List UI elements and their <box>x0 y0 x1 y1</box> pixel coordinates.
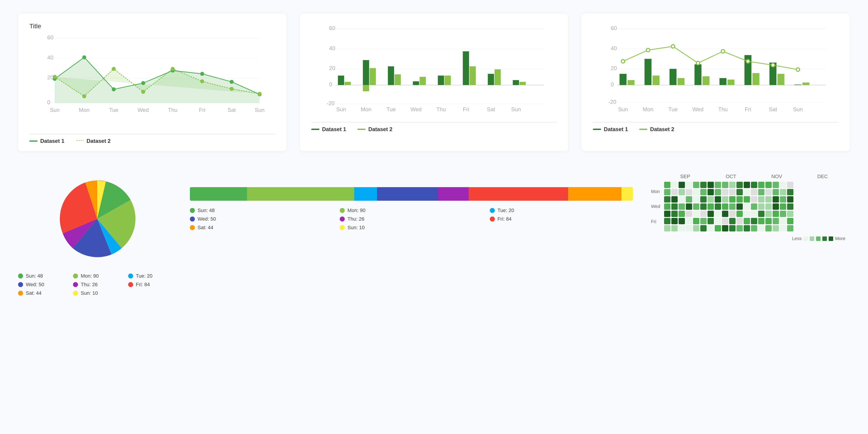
heatmap-cell <box>751 182 757 188</box>
heatmap-cell <box>758 189 765 195</box>
heatmap-cell <box>751 225 757 231</box>
svg-text:Wed: Wed <box>692 106 704 112</box>
heatmap-cell <box>737 204 743 210</box>
heatmap-cell <box>787 204 794 210</box>
chart1-title: Title <box>29 23 275 30</box>
svg-point-100 <box>647 49 649 51</box>
heatmap-cell <box>758 196 765 203</box>
chart1-swatch-2 <box>76 141 84 142</box>
heatmap-cell <box>751 196 757 203</box>
heatmap-cell <box>693 189 700 195</box>
bar-legend-wed: Wed: 50 <box>190 216 333 222</box>
svg-rect-96 <box>802 83 809 85</box>
heatmap-cell <box>708 225 714 231</box>
bar-legend-tue: Tue: 20 <box>490 208 633 213</box>
svg-text:Tue: Tue <box>669 106 678 112</box>
day-label-mon: Mon <box>651 189 662 194</box>
chart-card-3: 60 40 20 0 -20 <box>582 13 850 151</box>
bar-legend-sat: Sat: 44 <box>190 225 333 230</box>
svg-text:40: 40 <box>47 55 53 61</box>
heatmap-cell <box>787 182 794 188</box>
heatmap-week-4 <box>693 182 700 231</box>
seg-sun <box>190 187 247 201</box>
svg-point-15 <box>200 72 204 76</box>
heatmap-cell <box>744 189 750 195</box>
pie-legend-tue: Tue: 20 <box>128 273 176 279</box>
pie-svg <box>54 176 140 262</box>
chart-card-1: Title 60 40 20 0 <box>18 13 286 151</box>
chart3-svg: 60 40 20 0 -20 <box>593 23 839 118</box>
svg-text:Mon: Mon <box>643 106 653 112</box>
heatmap-week-13 <box>758 182 765 231</box>
pie-legend-thu: Thu: 26 <box>73 282 121 287</box>
heatmap-cell <box>744 196 750 203</box>
bar-dot-mon <box>340 208 345 213</box>
heatmap-cell <box>773 196 779 203</box>
pie-label-sun: Sun: 48 <box>26 273 43 279</box>
pie-legend-sat: Sat: 44 <box>18 290 66 296</box>
heatmap-cell <box>664 204 671 210</box>
svg-text:0: 0 <box>47 99 51 105</box>
heatmap-cell <box>686 204 692 210</box>
bar-legend-mon: Mon: 90 <box>340 208 483 213</box>
svg-rect-51 <box>413 81 419 85</box>
chart2-label-2: Dataset 2 <box>368 126 393 132</box>
heatmap-cell <box>693 196 700 203</box>
heatmap-cell <box>671 182 678 188</box>
bar-legend-thu: Thu: 26 <box>340 216 483 222</box>
heatmap-body: Mon Wed Fri <box>651 182 845 231</box>
svg-rect-92 <box>703 76 710 85</box>
svg-point-98 <box>622 60 624 63</box>
heatmap-cell <box>765 211 772 217</box>
svg-rect-55 <box>463 51 469 85</box>
svg-text:Mon: Mon <box>79 107 90 113</box>
pie-label-mon: Mon: 90 <box>81 273 99 279</box>
svg-text:60: 60 <box>329 25 335 31</box>
heatmap-cell <box>671 225 678 231</box>
chart2-area: 60 40 20 0 -20 <box>311 23 557 118</box>
legend-cell-1 <box>803 237 808 241</box>
pie-label-sat: Sat: 44 <box>26 290 41 296</box>
heatmap-cell <box>787 211 794 217</box>
heatmap-cell <box>722 218 728 224</box>
bar-label-thu: Thu: 26 <box>347 216 364 222</box>
svg-text:40: 40 <box>329 45 335 51</box>
heatmap-cell <box>686 182 692 188</box>
svg-point-24 <box>230 87 234 91</box>
heatmap-week-14 <box>765 182 772 231</box>
pie-label-sun2: Sun: 10 <box>81 290 98 296</box>
bar-label-wed: Wed: 50 <box>197 216 216 222</box>
heatmap-cell <box>700 196 707 203</box>
heatmap-cell <box>664 211 671 217</box>
svg-text:Wed: Wed <box>138 107 149 113</box>
bar-label-tue: Tue: 20 <box>498 208 514 213</box>
heatmap-cell <box>729 225 736 231</box>
svg-text:Mon: Mon <box>361 106 371 112</box>
bar-label-fri: Fri: 84 <box>498 216 512 222</box>
pie-legend: Sun: 48 Mon: 90 Tue: 20 Wed: 50 Thu: 26 <box>18 273 176 296</box>
svg-text:Sun: Sun <box>50 107 60 113</box>
heatmap-cell <box>664 218 671 224</box>
chart3-area: 60 40 20 0 -20 <box>593 23 839 118</box>
heatmap-cell <box>708 196 714 203</box>
heatmap-cell <box>758 218 765 224</box>
svg-rect-50 <box>395 74 401 85</box>
svg-point-23 <box>200 79 204 84</box>
svg-point-102 <box>672 45 674 48</box>
seg-fri <box>469 187 568 201</box>
chart2-legend-1: Dataset 1 <box>311 126 346 132</box>
heatmap-week-10 <box>737 182 743 231</box>
bar-dot-sat <box>190 225 195 230</box>
heatmap-section: SEP OCT NOV DEC Mon Wed Fri <box>647 169 850 246</box>
svg-point-25 <box>258 92 262 96</box>
svg-text:Thu: Thu <box>718 106 728 112</box>
heatmap-cell <box>679 211 685 217</box>
heatmap-cell <box>729 211 736 217</box>
svg-text:Sat: Sat <box>487 106 495 112</box>
heatmap-cell <box>708 189 714 195</box>
svg-rect-88 <box>795 85 802 85</box>
pie-legend-sun: Sun: 48 <box>18 273 66 279</box>
bar-label-sat: Sat: 44 <box>197 225 213 230</box>
bar-legend-sun2: Sun: 10 <box>340 225 483 230</box>
svg-point-16 <box>230 80 234 84</box>
